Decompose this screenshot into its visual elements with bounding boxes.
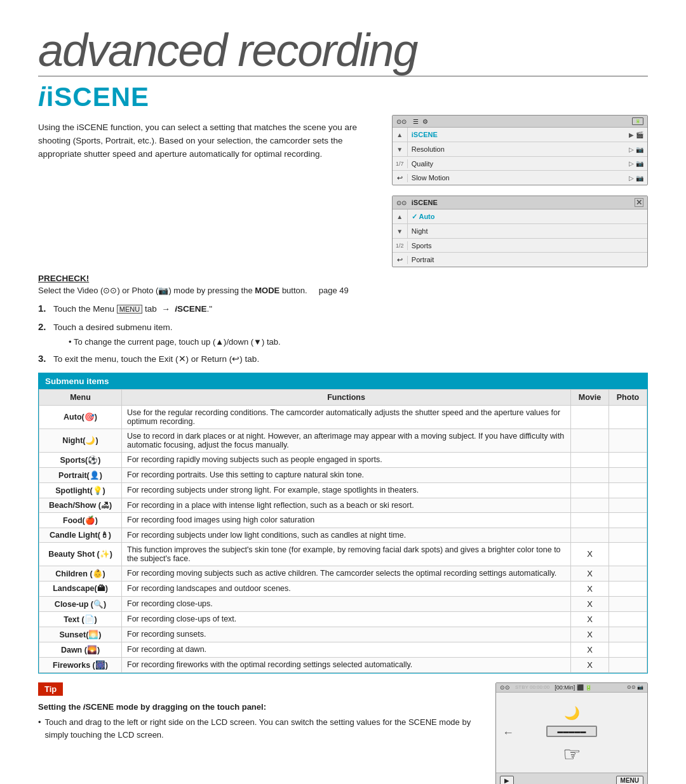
table-row: Dawn (🌄)For recording at dawn.X (39, 642, 647, 657)
table-cell-photo (609, 611, 647, 627)
table-cell-movie: X (571, 596, 609, 611)
table-cell-function: For recording subjects under strong ligh… (122, 482, 571, 498)
table-cell-function: For recording food images using high col… (122, 512, 571, 528)
precheck-title: PRECHECK! (38, 274, 648, 283)
table-cell-menu: Dawn (🌄) (39, 642, 122, 657)
table-cell-movie (571, 405, 609, 429)
table-cell-function: Use for the regular recording conditions… (122, 405, 571, 429)
table-cell-movie (571, 482, 609, 498)
table-cell-menu: Children (👶) (39, 566, 122, 581)
submenu-section: Submenu items Menu Functions Movie Photo… (38, 373, 648, 674)
table-row: Sports(⚽)For recording rapidly moving su… (39, 452, 647, 467)
screen-mockup-2: ⊙⊙ iSCENE ✕ ▲ ✓ Auto ▼ Night 1/2 Sports … (392, 196, 648, 267)
tip-screen-mockup: ⊙⊙ STBY 00:00:00 [00:Min] ⬛ 🔋 ⊙⊙ 📷 ← 🌙 ▬… (495, 682, 648, 784)
table-row: Candle Light(🕯)For recording subjects un… (39, 528, 647, 542)
table-cell-function: For recording rapidly moving subjects su… (122, 452, 571, 467)
table-cell-photo (609, 452, 647, 467)
tip-box: Tip Setting the iSCENE mode by dragging … (38, 682, 483, 741)
table-row: Night(🌙)Use to record in dark places or … (39, 429, 647, 452)
table-cell-menu: Beauty Shot (✨) (39, 542, 122, 566)
table-row: Text (📄)For recording close-ups of text.… (39, 611, 647, 627)
table-cell-movie (571, 498, 609, 512)
table-cell-function: For recording portraits. Use this settin… (122, 467, 571, 482)
table-cell-movie (571, 528, 609, 542)
table-cell-function: For recording fireworks with the optimal… (122, 657, 571, 672)
table-row: Children (👶)For recording moving subject… (39, 566, 647, 581)
table-cell-function: This function improves the subject's ski… (122, 542, 571, 566)
table-cell-movie: X (571, 566, 609, 581)
step-3: 3. To exit the menu, touch the Exit (✕) … (38, 352, 648, 366)
table-cell-photo (609, 512, 647, 528)
table-cell-photo (609, 581, 647, 596)
tip-label: Tip (38, 682, 63, 696)
precheck-section: PRECHECK! Select the Video (⊙⊙) or Photo… (38, 274, 648, 295)
table-row: Food(🍎)For recording food images using h… (39, 512, 647, 528)
table-cell-menu: Sports(⚽) (39, 452, 122, 467)
table-cell-menu: Spotlight(💡) (39, 482, 122, 498)
col-menu: Menu (39, 389, 122, 405)
table-cell-photo (609, 642, 647, 657)
table-cell-function: For recording subjects under low light c… (122, 528, 571, 542)
table-cell-function: For recording at dawn. (122, 642, 571, 657)
table-row: Close-up (🔍)For recording close-ups.X (39, 596, 647, 611)
table-cell-movie (571, 452, 609, 467)
col-movie: Movie (571, 389, 609, 405)
table-cell-function: Use to record in dark places or at night… (122, 429, 571, 452)
table-cell-photo (609, 566, 647, 581)
table-cell-menu: Text (📄) (39, 611, 122, 627)
table-cell-movie (571, 467, 609, 482)
table-cell-movie (571, 429, 609, 452)
screen-mockup-1: ⊙⊙ ☰ ⚙ 🔋 ▲ iSCENE ▶ 🎬 ▼ Resolution ▷ 📷 1… (392, 115, 648, 185)
table-cell-function: For recording moving subjects such as ac… (122, 566, 571, 581)
table-row: Landscape(🏔)For recording landscapes and… (39, 581, 647, 596)
table-cell-function: For recording landscapes and outdoor sce… (122, 581, 571, 596)
tip-screen-play-btn[interactable]: ▶ (500, 776, 514, 784)
table-cell-function: For recording sunsets. (122, 627, 571, 642)
table-cell-menu: Beach/Show (🏖) (39, 498, 122, 512)
table-cell-menu: Portrait(👤) (39, 467, 122, 482)
submenu-header: Submenu items (39, 373, 647, 389)
section-title: iiSCENE (38, 82, 648, 112)
tip-screen-menu-btn[interactable]: MENU (616, 776, 643, 784)
table-row: Auto(🎯)Use for the regular recording con… (39, 405, 647, 429)
table-cell-photo (609, 405, 647, 429)
table-row: Beauty Shot (✨)This function improves th… (39, 542, 647, 566)
table-cell-menu: Fireworks (🎆) (39, 657, 122, 672)
table-cell-function: For recording close-ups. (122, 596, 571, 611)
step-1: 1. Touch the Menu MENU tab → iSCENE." (38, 302, 648, 316)
table-cell-movie: X (571, 542, 609, 566)
screen1-oo-icon: ⊙⊙ (396, 118, 407, 125)
table-cell-movie: X (571, 581, 609, 596)
table-cell-photo (609, 482, 647, 498)
table-cell-movie: X (571, 642, 609, 657)
table-cell-function: For recording in a place with intense li… (122, 498, 571, 512)
table-row: Fireworks (🎆)For recording fireworks wit… (39, 657, 647, 672)
table-cell-menu: Auto(🎯) (39, 405, 122, 429)
table-cell-menu: Night(🌙) (39, 429, 122, 452)
steps-section: 1. Touch the Menu MENU tab → iSCENE." 2.… (38, 302, 648, 366)
tip-section: Tip Setting the iSCENE mode by dragging … (38, 682, 648, 784)
tip-screen: ⊙⊙ STBY 00:00:00 [00:Min] ⬛ 🔋 ⊙⊙ 📷 ← 🌙 ▬… (495, 682, 648, 784)
table-cell-movie: X (571, 627, 609, 642)
table-cell-photo (609, 528, 647, 542)
table-cell-menu: Close-up (🔍) (39, 596, 122, 611)
table-cell-movie (571, 512, 609, 528)
intro-text: Using the iSCENE function, you can selec… (38, 121, 373, 161)
table-row: Sunset(🌅)For recording sunsets.X (39, 627, 647, 642)
step-2: 2. Touch a desired submenu item. • To ch… (38, 320, 648, 349)
table-cell-menu: Sunset(🌅) (39, 627, 122, 642)
table-cell-function: For recording close-ups of text. (122, 611, 571, 627)
table-cell-menu: Landscape(🏔) (39, 581, 122, 596)
table-cell-photo (609, 627, 647, 642)
tip-bullet: Touch and drag to the left or right side… (38, 716, 483, 741)
table-row: Portrait(👤)For recording portraits. Use … (39, 467, 647, 482)
table-row: Spotlight(💡)For recording subjects under… (39, 482, 647, 498)
table-cell-movie: X (571, 611, 609, 627)
page-title: advanced recording (38, 25, 648, 77)
submenu-table: Menu Functions Movie Photo Auto(🎯)Use fo… (39, 389, 647, 673)
table-row: Beach/Show (🏖)For recording in a place w… (39, 498, 647, 512)
table-cell-menu: Candle Light(🕯) (39, 528, 122, 542)
table-cell-photo (609, 429, 647, 452)
table-cell-menu: Food(🍎) (39, 512, 122, 528)
col-functions: Functions (122, 389, 571, 405)
